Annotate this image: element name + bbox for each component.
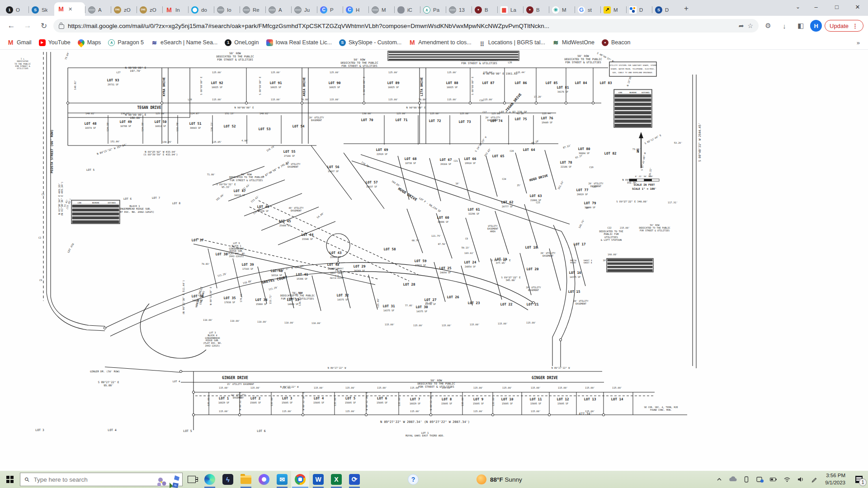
bookmark-esearch-name-sea[interactable]: ≋eSearch | Name Sea... <box>148 38 220 47</box>
tab[interactable]: ↗M <box>600 4 626 16</box>
address-bar[interactable]: https://mail.google.com/mail/u/0/?zx=xg2… <box>53 19 759 33</box>
taskbar-app-get-help[interactable]: ? <box>404 471 422 488</box>
map-annotation: LOT 5 <box>183 429 192 433</box>
map-annotation: 30' UTILITYEASEMENT <box>573 300 588 305</box>
tab[interactable]: M <box>368 4 394 16</box>
onedrive-cloud-icon[interactable] <box>726 471 739 488</box>
taskbar-app-edge[interactable] <box>201 471 219 488</box>
map-annotation: 477.34' <box>579 412 592 416</box>
tray-chevron-icon[interactable] <box>713 471 726 488</box>
start-button[interactable] <box>0 471 20 488</box>
tab[interactable]: ONEzO <box>137 4 162 16</box>
taskbar-app-task-view[interactable] <box>183 471 201 488</box>
tab[interactable]: CH <box>343 4 368 16</box>
system-tray: 3:56 PM 9/1/2023 1 <box>713 471 868 488</box>
tab[interactable]: iC <box>394 4 420 16</box>
bookmark-youtube[interactable]: ▶YouTube <box>36 38 73 47</box>
bookmark-onelogin[interactable]: 1OneLogin <box>222 38 261 47</box>
tab-search-chevron-icon[interactable]: ⌄ <box>790 0 806 14</box>
reload-button[interactable]: ↻ <box>37 19 51 33</box>
tab[interactable]: SSk <box>28 4 54 16</box>
side-panel-icon[interactable]: ◧ <box>794 19 807 33</box>
minimize-button[interactable]: – <box>806 0 826 14</box>
tab[interactable]: CP <box>317 4 343 16</box>
tab[interactable]: ONEzO <box>111 4 137 16</box>
ssl-lock-icon[interactable] <box>59 24 64 29</box>
map-annotation: 14' UTILITYEASEMENT <box>231 394 245 399</box>
pen-icon[interactable] <box>808 471 821 488</box>
tab[interactable]: do <box>188 4 214 16</box>
bookmark-maps[interactable]: Maps <box>75 38 104 47</box>
back-button[interactable]: ← <box>5 19 18 33</box>
tab[interactable]: ∧Pa <box>420 4 446 16</box>
tab[interactable]: D <box>626 4 652 16</box>
phone-link-icon[interactable] <box>740 471 753 488</box>
bookmark-locations-bgrs-tal[interactable]: ⣶Locations | BGRS tal... <box>476 38 548 47</box>
tab[interactable]: A <box>85 4 111 16</box>
tab[interactable]: •B <box>523 4 549 16</box>
taskbar-app-mail[interactable]: ✉ <box>273 471 291 488</box>
maximize-button[interactable]: □ <box>826 0 847 14</box>
plat-map-document[interactable]: LOT 9329731 SFLOT 9216825 SFLOT 9116825 … <box>0 50 868 471</box>
bookmark-gmail[interactable]: MGmail <box>5 38 34 47</box>
palm-favicon: ✳ <box>552 6 559 14</box>
tab[interactable]: A <box>265 4 291 16</box>
taskbar-app-loop-app[interactable] <box>255 471 273 488</box>
taskbar-app-chrome[interactable] <box>291 471 309 488</box>
notification-center-button[interactable]: 1 <box>850 471 868 488</box>
taskbar-app-excel[interactable]: X <box>327 471 345 488</box>
tab-active[interactable]: M✕ <box>54 2 85 16</box>
sun-icon <box>476 474 486 484</box>
bookmark-star-icon[interactable]: ☆ <box>748 22 754 29</box>
tab[interactable]: ✳M <box>549 4 575 16</box>
tab[interactable]: •B <box>472 4 497 16</box>
bookmark-paragon-5[interactable]: ∧Paragon 5 <box>105 38 146 47</box>
update-button[interactable]: Update ⋮ <box>825 20 863 32</box>
bookmark-skyslope-custom[interactable]: SSkySlope - Custom... <box>336 38 404 47</box>
tab-title: zO <box>150 7 156 13</box>
lot-label-75: LOT 75 <box>514 117 527 121</box>
new-tab-button[interactable]: + <box>680 3 692 14</box>
search-highlights-decoration[interactable] <box>156 474 181 488</box>
tab[interactable]: ▆La <box>497 4 523 16</box>
browser-menu-icon[interactable]: ⋮ <box>852 23 859 29</box>
bookmark-midwestone[interactable]: ≋MidWestOne <box>550 38 597 47</box>
extensions-puzzle-icon[interactable]: ⚙ <box>761 19 775 33</box>
g-favicon: G <box>578 6 585 14</box>
bookmarks-overflow-chevron[interactable]: » <box>857 39 863 46</box>
bookmark-iowa-real-estate-lic[interactable]: Iowa Real Estate Lic... <box>264 38 335 47</box>
taskbar-clock[interactable]: 3:56 PM 9/1/2023 <box>821 472 849 486</box>
tab[interactable]: Io <box>214 4 240 16</box>
profile-avatar[interactable]: H <box>810 20 822 32</box>
bookmark-beacon[interactable]: •Beacon <box>599 38 633 47</box>
taskbar-app-screen-recorder[interactable]: ⟳ <box>345 471 363 488</box>
forward-button[interactable]: → <box>21 19 34 33</box>
share-icon[interactable]: ➦ <box>739 22 744 29</box>
tab-close-icon[interactable]: ✕ <box>68 6 72 12</box>
tab[interactable]: 1O <box>3 4 28 16</box>
tab[interactable]: MIn <box>162 4 188 16</box>
taskbar-app-photos-app[interactable]: ϟ <box>219 471 237 488</box>
teams-status-icon[interactable] <box>754 471 766 488</box>
parcel-line <box>51 296 105 326</box>
tab[interactable]: SD <box>652 4 678 16</box>
tab[interactable]: Gst <box>575 4 600 16</box>
battery-icon[interactable] <box>767 471 780 488</box>
lot-label-35: LOT 35 <box>223 296 236 300</box>
downloads-icon[interactable]: ↓ <box>778 19 791 33</box>
globe-favicon <box>294 6 302 14</box>
taskbar-search[interactable]: ⚲ <box>20 473 183 486</box>
taskbar-weather-widget[interactable]: 88°F Sunny <box>476 474 522 484</box>
street-label: PEOSTA STREET (66' ROW) <box>50 130 54 174</box>
close-button[interactable]: ✕ <box>847 0 868 14</box>
tab[interactable]: Ju <box>291 4 317 16</box>
tab[interactable]: Re <box>240 4 265 16</box>
taskbar-app-file-explorer[interactable] <box>237 471 255 488</box>
url-text[interactable]: https://mail.google.com/mail/u/0/?zx=xg2… <box>68 23 735 29</box>
wifi-icon[interactable] <box>781 471 793 488</box>
survey-monument <box>301 102 303 104</box>
tab[interactable]: 13 <box>446 4 472 16</box>
taskbar-app-word[interactable]: W <box>309 471 327 488</box>
volume-icon[interactable] <box>794 471 807 488</box>
bookmark-amendment-to-clos[interactable]: MAmendment to clos... <box>406 38 474 47</box>
